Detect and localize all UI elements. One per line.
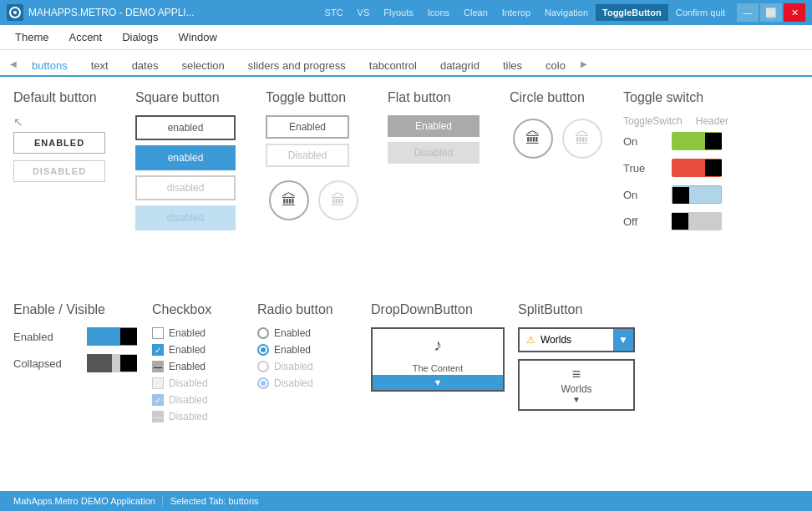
ev-collapsed-label: Collapsed [13, 357, 80, 370]
rb-unchecked-1[interactable] [257, 327, 269, 339]
toggle-icon-1[interactable]: 🏛 [269, 180, 309, 220]
dropdown-button-title: DropDownButton [371, 302, 505, 317]
dropdown-btn-label: The Content [373, 362, 503, 375]
circle-btn-2: 🏛 [562, 119, 602, 159]
app-icon [7, 4, 23, 21]
cb-label-1: Enabled [169, 327, 206, 339]
dropdown-button-section: DropDownButton ♪ The Content ▼ [371, 302, 505, 478]
toggle-track-red[interactable] [672, 159, 722, 177]
ev-collapsed-switch[interactable] [87, 354, 137, 372]
flat-disabled: Disabled [388, 142, 480, 164]
close-button[interactable]: ✕ [784, 3, 805, 22]
cb-label-3: Enabled [169, 361, 206, 372]
tab-scroll-left[interactable]: ◀ [7, 52, 20, 75]
cb-label-6: Disabled [169, 411, 208, 422]
tab-colo[interactable]: colo [534, 56, 577, 77]
tab-navigation[interactable]: Navigation [538, 4, 595, 21]
cb-row-1: Enabled [152, 327, 244, 339]
square-button-section: Square button enabled enabled disabled d… [135, 90, 252, 289]
circle-btn-1[interactable]: 🏛 [513, 119, 553, 159]
toggle-button-title: Toggle button [266, 90, 374, 105]
cb-row-5: ✓ Disabled [152, 394, 244, 406]
rb-dot-2 [261, 381, 266, 386]
tab-tiles[interactable]: tiles [491, 56, 534, 77]
radio-button-title: Radio button [257, 302, 358, 317]
ev-enabled-row: Enabled [13, 327, 139, 346]
rb-checked-1[interactable] [257, 344, 269, 356]
rb-label-4: Disabled [274, 377, 313, 389]
toggle-thumb-blue [672, 187, 689, 204]
maximize-button[interactable]: ⬜ [760, 3, 782, 22]
enabled-button[interactable]: ENABLED [13, 132, 105, 154]
menu-accent[interactable]: Accent [60, 28, 110, 47]
tab-confirmquit[interactable]: Confirm quit [669, 4, 732, 21]
toggle-switch-col2: Header [696, 115, 746, 127]
flat-enabled[interactable]: Enabled [388, 115, 480, 137]
menu-dialogs[interactable]: Dialogs [114, 28, 166, 47]
tab-vs[interactable]: VS [351, 4, 377, 21]
toggle-switch-title: Toggle switch [623, 90, 765, 105]
menu-theme[interactable]: Theme [7, 28, 57, 47]
toggle-track-gray[interactable] [672, 212, 722, 230]
square-enabled-2[interactable]: enabled [135, 145, 236, 170]
cb-indeterminate-1[interactable]: — [152, 361, 164, 372]
tab-scroll-right[interactable]: ▶ [577, 52, 591, 75]
tab-selection[interactable]: selection [170, 56, 236, 77]
status-selected-tab: Selected Tab: buttons [164, 496, 266, 506]
enable-visible-title: Enable / Visible [13, 302, 139, 317]
menu-window[interactable]: Window [170, 28, 226, 47]
window-title: MAHAPPS.METRO - DEMO APPLI... [28, 7, 313, 18]
ev-enabled-thumb [120, 328, 137, 345]
split-button-section: SplitButton ⚠ Worlds ▼ ≡ Worlds ▼ [518, 302, 652, 478]
toggle-track-green[interactable] [672, 132, 722, 150]
minimize-button[interactable]: — [737, 3, 759, 22]
rb-label-2: Enabled [274, 344, 311, 356]
tab-flyouts[interactable]: Flyouts [377, 4, 419, 21]
toggle-label-on1: On [623, 135, 665, 148]
toggle-thumb-red [705, 159, 722, 176]
toggle-track-blue[interactable] [672, 185, 722, 204]
dropdown-button[interactable]: ♪ The Content ▼ [371, 327, 505, 392]
dropdown-btn-icon: ♪ [373, 329, 503, 362]
toggle-label-on2: On [623, 189, 665, 201]
default-button-section: Default button ↖ ENABLED DISABLED [13, 90, 122, 289]
tab-sliders[interactable]: sliders and progress [236, 56, 358, 77]
radio-button-section: Radio button Enabled Enabled Disabled Di… [257, 302, 358, 478]
ev-enabled-label: Enabled [13, 331, 80, 343]
cb-checked-1[interactable]: ✓ [152, 344, 164, 356]
tab-text[interactable]: text [79, 56, 120, 77]
tab-buttons[interactable]: buttons [20, 56, 79, 77]
ev-enabled-switch[interactable] [87, 327, 137, 346]
toggle-row-on-green: On [623, 132, 765, 150]
split-btn-top[interactable]: ⚠ Worlds ▼ [518, 327, 635, 352]
enable-visible-section: Enable / Visible Enabled Collapsed [13, 302, 139, 478]
dropdown-btn-arrow[interactable]: ▼ [373, 375, 503, 390]
split-btn-warning-icon: ⚠ [526, 334, 535, 346]
tab-togglebutton[interactable]: ToggleButton [596, 4, 668, 21]
rb-unchecked-disabled [257, 361, 269, 372]
tab-dates[interactable]: dates [120, 56, 170, 77]
split-btn-worlds-label: Worlds [540, 334, 571, 346]
toggle-enabled[interactable]: Enabled [266, 115, 349, 139]
tab-tabcontrol[interactable]: tabcontrol [358, 56, 429, 77]
toggle-switch-section: Toggle switch ToggleSwitch Header On Tru… [623, 90, 765, 289]
checkbox-section: Checkbox Enabled ✓ Enabled — Enabled Dis… [152, 302, 244, 478]
tab-stc[interactable]: STC [318, 4, 350, 21]
checkbox-title: Checkbox [152, 302, 244, 317]
content-tab-row: ◀ buttons text dates selection sliders a… [0, 50, 812, 77]
split-btn-bottom[interactable]: ≡ Worlds ▼ [518, 359, 635, 411]
square-enabled-1[interactable]: enabled [135, 115, 236, 140]
tab-datagrid[interactable]: datagrid [429, 56, 491, 77]
title-bar: MAHAPPS.METRO - DEMO APPLI... STC VS Fly… [0, 0, 812, 25]
split-btn-dropdown[interactable]: ▼ [613, 329, 633, 351]
flat-button-section: Flat button Enabled Disabled [388, 90, 496, 289]
status-bar: MahApps.Metro DEMO Application Selected … [0, 491, 812, 511]
tab-icons[interactable]: Icons [421, 4, 456, 21]
rb-checked-disabled [257, 377, 269, 389]
square-button-title: Square button [135, 90, 252, 105]
default-button-title: Default button [13, 90, 122, 105]
tab-interop[interactable]: Interop [495, 4, 537, 21]
cb-unchecked-1[interactable] [152, 327, 164, 339]
rb-label-3: Disabled [274, 361, 313, 372]
tab-clean[interactable]: Clean [457, 4, 495, 21]
